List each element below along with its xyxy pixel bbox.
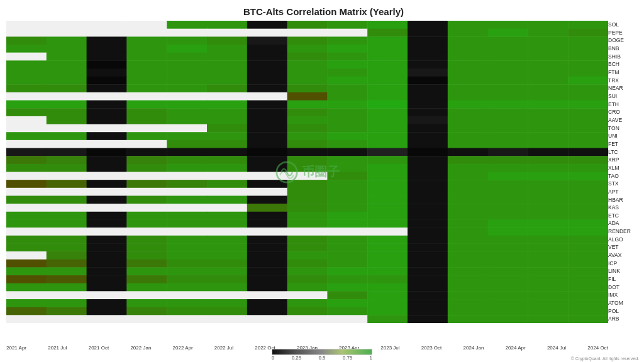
y-label-vet: VET [608, 243, 641, 251]
y-label-arb: ARB [608, 315, 641, 323]
x-label-2023-jul: 2023 Jul [380, 345, 399, 351]
y-label-icp: ICP [608, 260, 641, 268]
legend-val-075: 0.75 [343, 355, 353, 361]
legend-labels: 0 0.25 0.5 0.75 1 [272, 355, 372, 361]
y-label-kas: KAS [608, 204, 641, 212]
x-label-2021-jul: 2021 Jul [48, 345, 67, 351]
y-label-ltc: LTC [608, 148, 641, 156]
legend-bar-container: 0 0.25 0.5 0.75 1 [272, 349, 372, 361]
heatmap-area: 币圈子 [6, 21, 608, 323]
y-label-atom: ATOM [608, 299, 641, 307]
x-label-2022-jan: 2022 Jan [130, 345, 151, 351]
legend-val-1: 1 [370, 355, 372, 361]
x-label-2023-oct: 2023 Oct [421, 345, 441, 351]
y-label-eth: ETH [608, 101, 641, 109]
legend-bar [272, 349, 372, 355]
x-label-2021-apr: 2021 Apr [6, 345, 26, 351]
y-label-pepe: PEPE [608, 29, 641, 37]
y-label-xlm: XLM [608, 164, 641, 172]
y-label-imx: IMX [608, 291, 641, 299]
heatmap-canvas [6, 21, 608, 323]
legend-val-025: 0.25 [292, 355, 302, 361]
x-label-2024-jan: 2024 Jan [464, 345, 484, 351]
y-label-stx: STX [608, 180, 641, 188]
chart-title: BTC-Alts Correlation Matrix (Yearly) [6, 6, 641, 17]
y-label-render: RENDER [608, 228, 641, 236]
y-label-xrp: XRP [608, 156, 641, 164]
y-label-tao: TAO [608, 172, 641, 180]
x-label-2024-oct: 2024 Oct [587, 345, 608, 351]
y-label-fil: FIL [608, 275, 641, 283]
y-label-ton: TON [608, 124, 641, 133]
y-label-dot: DOT [608, 283, 641, 292]
y-label-etc: ETC [608, 212, 641, 220]
legend-area: 0 0.25 0.5 0.75 1 [272, 349, 372, 361]
chart-container: BTC-Alts Correlation Matrix (Yearly) 币圈子… [0, 0, 644, 362]
y-label-bch: BCH [608, 60, 641, 69]
y-label-algo: ALGO [608, 236, 641, 244]
y-label-trx: TRX [608, 77, 641, 85]
y-label-cro: CRO [608, 108, 641, 116]
y-label-hbar: HBAR [608, 195, 641, 204]
chart-body: 币圈子 SOLPEPEDOGEBNBSHIBBCHFTMTRXNEARSUIET… [6, 21, 641, 323]
y-label-aave: AAVE [608, 116, 641, 124]
x-label-2024-jul: 2024 Jul [547, 345, 566, 351]
y-label-fet: FET [608, 140, 641, 148]
legend-val-0: 0 [272, 355, 274, 361]
y-label-avax: AVAX [608, 251, 641, 260]
y-label-doge: DOGE [608, 36, 641, 45]
y-label-uni: UNI [608, 132, 641, 140]
y-label-sui: SUI [608, 92, 641, 101]
y-label-apt: APT [608, 188, 641, 196]
copyright: © CryptoQuant. All rights reserved. [571, 356, 639, 361]
y-label-ftm: FTM [608, 69, 641, 77]
x-label-2022-apr: 2022 Apr [173, 345, 193, 351]
y-label-bnb: BNB [608, 45, 641, 53]
x-label-2024-apr: 2024 Apr [506, 345, 526, 351]
y-label-sol: SOL [608, 21, 641, 29]
y-label-near: NEAR [608, 84, 641, 92]
y-label-ada: ADA [608, 219, 641, 228]
x-label-2021-oct: 2021 Oct [89, 345, 109, 351]
legend-val-05: 0.5 [318, 355, 325, 361]
y-label-link: LINK [608, 267, 641, 275]
y-label-pol: POL [608, 307, 641, 315]
y-labels: SOLPEPEDOGEBNBSHIBBCHFTMTRXNEARSUIETHCRO… [608, 21, 641, 323]
x-label-2022-jul: 2022 Jul [214, 345, 233, 351]
y-label-shib: SHIB [608, 53, 641, 61]
